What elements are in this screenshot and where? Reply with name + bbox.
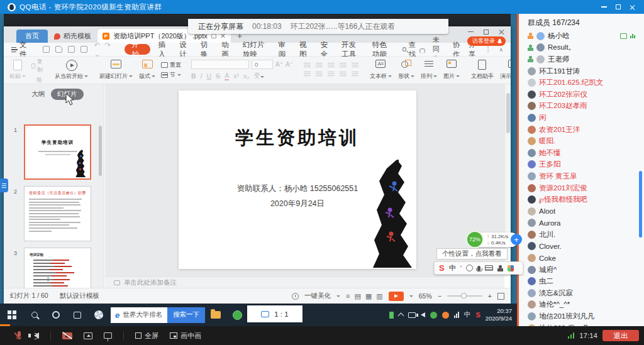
volume-icon[interactable] <box>421 312 425 317</box>
share-screen-icon[interactable] <box>84 332 92 339</box>
view-sorter-icon[interactable]: ▦ <box>365 292 372 300</box>
list-item[interactable]: 资源201刘宏俊 <box>519 182 644 194</box>
list-item[interactable]: 她不懂 <box>519 147 644 159</box>
columns-icon[interactable] <box>352 72 358 77</box>
ime-lang-toggle[interactable]: 中 <box>449 263 456 273</box>
list-item[interactable]: 闲 <box>519 112 644 124</box>
align-center-icon[interactable] <box>316 72 323 77</box>
italic-button[interactable]: I <box>201 72 203 80</box>
close-tab-icon[interactable]: ✕ <box>220 33 226 38</box>
taskbar-search-button[interactable] <box>24 304 45 326</box>
text-effects-button[interactable]: 变 <box>253 72 264 80</box>
bold-button[interactable]: B <box>191 72 196 80</box>
menu-item[interactable]: 动画 <box>216 40 237 59</box>
menu-home-active[interactable]: 开始 <box>125 44 150 55</box>
ime-account-icon[interactable] <box>497 265 503 271</box>
wps-maximize-button[interactable] <box>484 30 489 35</box>
collapse-ribbon-icon[interactable]: ∧ <box>499 47 503 53</box>
print-icon[interactable] <box>68 46 75 53</box>
list-item[interactable]: Result。 <box>519 42 644 54</box>
list-item[interactable]: 杨小晗 <box>519 30 644 42</box>
reset-button[interactable]: 重置 <box>161 61 181 69</box>
menu-file[interactable]: 文件 <box>4 40 36 59</box>
list-item[interactable]: Aurora <box>519 217 644 229</box>
list-item[interactable]: Aloot <box>519 205 644 217</box>
list-item[interactable]: 资环 黄玉泉 <box>519 170 644 182</box>
list-item[interactable]: 北川. <box>519 229 644 241</box>
view-notes-icon[interactable]: ≡ <box>346 292 350 300</box>
font-color-button[interactable]: A <box>225 72 229 80</box>
layout-button[interactable]: 版式 <box>136 58 158 82</box>
display-icon[interactable] <box>408 312 416 318</box>
app-green-button[interactable] <box>226 304 248 326</box>
beautify-button[interactable]: 一键美化 <box>304 292 331 300</box>
battery-icon[interactable] <box>389 312 394 319</box>
menu-item[interactable]: 幻灯片放映 <box>237 40 273 59</box>
save-icon[interactable] <box>43 46 50 53</box>
list-item[interactable]: 王老师 <box>519 53 644 65</box>
doc-assistant-button[interactable]: 文档助手 <box>468 58 497 82</box>
list-item[interactable]: Coke <box>519 252 644 264</box>
menu-item[interactable]: 设计 <box>174 40 195 59</box>
tray-app-icon[interactable] <box>442 312 449 319</box>
list-item[interactable]: 王多阳 <box>519 159 644 171</box>
list-item[interactable]: 迪伦*^_^* <box>519 299 644 311</box>
task-view-button[interactable] <box>67 304 88 326</box>
fit-screen-icon[interactable] <box>497 293 504 300</box>
list-item[interactable]: 农资201王洋 <box>519 124 644 136</box>
ime-punct-toggle[interactable]: ’ <box>460 265 462 272</box>
list-item[interactable]: 地信201班刘凡凡 <box>519 310 644 322</box>
present-tools-button[interactable]: 演示工具 <box>497 58 511 82</box>
arrange-button[interactable]: 排列 <box>418 58 440 82</box>
line-spacing-icon[interactable] <box>352 63 358 68</box>
tab-docer-templates[interactable]: 稻壳模板 <box>48 30 97 43</box>
guest-login-badge[interactable]: 访客登录 <box>467 36 506 46</box>
ime-toolbox-icon[interactable] <box>508 265 514 271</box>
menu-item[interactable]: 切换 <box>195 40 216 59</box>
list-item[interactable]: Clover. <box>519 241 644 253</box>
zoom-level[interactable]: 65% <box>419 292 432 300</box>
list-item[interactable]: 环工202张宗仪 <box>519 89 644 101</box>
justify-icon[interactable] <box>340 72 347 77</box>
zoom-in-button[interactable]: + <box>488 292 492 300</box>
cortana-button[interactable] <box>45 304 67 326</box>
numbering-icon[interactable] <box>316 63 323 68</box>
ime-indicator[interactable]: 中 <box>464 310 471 319</box>
file-explorer-button[interactable] <box>205 304 226 326</box>
copy-button[interactable]: 复制 <box>31 58 44 74</box>
mic-muted-icon[interactable] <box>15 331 23 341</box>
notes-bar[interactable]: 单击此处添加备注 <box>105 277 504 288</box>
presentation-icon[interactable] <box>104 332 112 339</box>
zoom-slider-knob[interactable] <box>461 293 467 298</box>
current-slide[interactable]: 学生资助培训 资助联系人：杨小晗 15255062551 2020年9月24日 <box>179 90 416 269</box>
tray-clock[interactable]: 20:37 2020/9/24 <box>486 307 512 322</box>
view-reading-icon[interactable]: ▥ <box>376 292 382 300</box>
slideshow-play-button[interactable] <box>389 292 404 301</box>
thumbnail-scrollbar[interactable] <box>99 126 102 176</box>
tab-outline[interactable]: 大纲 <box>31 90 45 99</box>
member-list-scrollbar[interactable] <box>639 171 642 238</box>
undo-redo-icons[interactable]: ↶ ↷ ⌄ <box>94 41 122 58</box>
qq-panel-handle[interactable] <box>0 178 8 192</box>
indent-decrease-icon[interactable] <box>328 63 335 68</box>
new-slide-button[interactable]: 新建幻灯片 <box>96 58 136 82</box>
add-slide-button[interactable]: + <box>45 273 51 284</box>
zoom-slider[interactable] <box>447 295 482 297</box>
list-item[interactable]: 城府^ <box>519 264 644 276</box>
wps-minimize-button[interactable] <box>468 31 474 33</box>
list-item[interactable]: 虫二 <box>519 275 644 287</box>
network-icon[interactable] <box>454 312 459 318</box>
fullscreen-button[interactable]: 全屏 <box>135 331 158 341</box>
format-painter-button[interactable]: 格式刷 <box>31 76 44 84</box>
list-item[interactable]: 环工191甘涛 <box>519 65 644 77</box>
align-right-icon[interactable] <box>328 72 335 77</box>
list-item[interactable]: 环工201.625.纪凯文 <box>519 77 644 89</box>
list-item[interactable]: 暖阳. <box>519 135 644 147</box>
textbox-button[interactable]: A≡ 文本框 <box>367 58 395 82</box>
menu-item[interactable]: 安全 <box>314 40 336 59</box>
camera-off-icon[interactable] <box>62 332 72 339</box>
minimize-button[interactable] <box>601 6 607 8</box>
web-search-button[interactable]: 搜索一下 <box>167 307 205 323</box>
slide-thumbnail-1[interactable]: 学生资助培训 <box>24 124 91 180</box>
pip-button[interactable]: 画中画 <box>170 331 201 341</box>
